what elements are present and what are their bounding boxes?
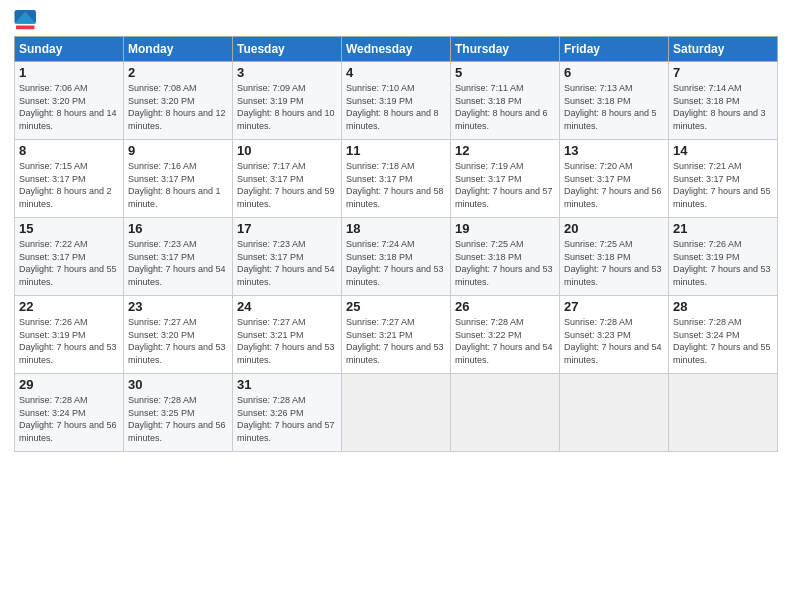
day-number: 4	[346, 65, 446, 80]
day-detail: Sunrise: 7:15 AMSunset: 3:17 PMDaylight:…	[19, 161, 112, 209]
day-detail: Sunrise: 7:25 AMSunset: 3:18 PMDaylight:…	[455, 239, 553, 287]
main-container: SundayMondayTuesdayWednesdayThursdayFrid…	[0, 0, 792, 462]
day-detail: Sunrise: 7:26 AMSunset: 3:19 PMDaylight:…	[19, 317, 117, 365]
calendar-cell	[669, 374, 778, 452]
weekday-header-row: SundayMondayTuesdayWednesdayThursdayFrid…	[15, 37, 778, 62]
calendar-cell: 18Sunrise: 7:24 AMSunset: 3:18 PMDayligh…	[342, 218, 451, 296]
day-detail: Sunrise: 7:26 AMSunset: 3:19 PMDaylight:…	[673, 239, 771, 287]
calendar-cell: 1Sunrise: 7:06 AMSunset: 3:20 PMDaylight…	[15, 62, 124, 140]
day-number: 20	[564, 221, 664, 236]
logo-icon	[14, 10, 38, 30]
calendar-cell: 26Sunrise: 7:28 AMSunset: 3:22 PMDayligh…	[451, 296, 560, 374]
weekday-wednesday: Wednesday	[342, 37, 451, 62]
calendar-cell: 16Sunrise: 7:23 AMSunset: 3:17 PMDayligh…	[124, 218, 233, 296]
day-number: 17	[237, 221, 337, 236]
calendar-cell: 28Sunrise: 7:28 AMSunset: 3:24 PMDayligh…	[669, 296, 778, 374]
day-number: 21	[673, 221, 773, 236]
weekday-saturday: Saturday	[669, 37, 778, 62]
day-number: 22	[19, 299, 119, 314]
day-detail: Sunrise: 7:11 AMSunset: 3:18 PMDaylight:…	[455, 83, 548, 131]
day-number: 14	[673, 143, 773, 158]
day-detail: Sunrise: 7:22 AMSunset: 3:17 PMDaylight:…	[19, 239, 117, 287]
calendar-cell: 29Sunrise: 7:28 AMSunset: 3:24 PMDayligh…	[15, 374, 124, 452]
svg-rect-2	[16, 25, 34, 29]
day-number: 23	[128, 299, 228, 314]
day-detail: Sunrise: 7:28 AMSunset: 3:25 PMDaylight:…	[128, 395, 226, 443]
calendar-cell: 15Sunrise: 7:22 AMSunset: 3:17 PMDayligh…	[15, 218, 124, 296]
day-number: 1	[19, 65, 119, 80]
day-number: 29	[19, 377, 119, 392]
header	[14, 10, 778, 30]
day-detail: Sunrise: 7:23 AMSunset: 3:17 PMDaylight:…	[128, 239, 226, 287]
calendar-cell: 21Sunrise: 7:26 AMSunset: 3:19 PMDayligh…	[669, 218, 778, 296]
calendar-table: SundayMondayTuesdayWednesdayThursdayFrid…	[14, 36, 778, 452]
day-detail: Sunrise: 7:28 AMSunset: 3:24 PMDaylight:…	[19, 395, 117, 443]
week-row-2: 8Sunrise: 7:15 AMSunset: 3:17 PMDaylight…	[15, 140, 778, 218]
day-detail: Sunrise: 7:23 AMSunset: 3:17 PMDaylight:…	[237, 239, 335, 287]
calendar-cell: 14Sunrise: 7:21 AMSunset: 3:17 PMDayligh…	[669, 140, 778, 218]
day-number: 24	[237, 299, 337, 314]
day-number: 7	[673, 65, 773, 80]
day-detail: Sunrise: 7:06 AMSunset: 3:20 PMDaylight:…	[19, 83, 117, 131]
calendar-cell: 11Sunrise: 7:18 AMSunset: 3:17 PMDayligh…	[342, 140, 451, 218]
calendar-cell: 13Sunrise: 7:20 AMSunset: 3:17 PMDayligh…	[560, 140, 669, 218]
weekday-thursday: Thursday	[451, 37, 560, 62]
calendar-cell: 20Sunrise: 7:25 AMSunset: 3:18 PMDayligh…	[560, 218, 669, 296]
day-detail: Sunrise: 7:28 AMSunset: 3:26 PMDaylight:…	[237, 395, 335, 443]
weekday-tuesday: Tuesday	[233, 37, 342, 62]
week-row-3: 15Sunrise: 7:22 AMSunset: 3:17 PMDayligh…	[15, 218, 778, 296]
day-detail: Sunrise: 7:24 AMSunset: 3:18 PMDaylight:…	[346, 239, 444, 287]
calendar-cell	[342, 374, 451, 452]
day-number: 25	[346, 299, 446, 314]
day-number: 13	[564, 143, 664, 158]
calendar-cell: 8Sunrise: 7:15 AMSunset: 3:17 PMDaylight…	[15, 140, 124, 218]
day-detail: Sunrise: 7:20 AMSunset: 3:17 PMDaylight:…	[564, 161, 662, 209]
day-number: 5	[455, 65, 555, 80]
day-detail: Sunrise: 7:21 AMSunset: 3:17 PMDaylight:…	[673, 161, 771, 209]
day-number: 9	[128, 143, 228, 158]
calendar-cell: 6Sunrise: 7:13 AMSunset: 3:18 PMDaylight…	[560, 62, 669, 140]
day-number: 31	[237, 377, 337, 392]
weekday-friday: Friday	[560, 37, 669, 62]
calendar-cell: 24Sunrise: 7:27 AMSunset: 3:21 PMDayligh…	[233, 296, 342, 374]
day-number: 3	[237, 65, 337, 80]
week-row-4: 22Sunrise: 7:26 AMSunset: 3:19 PMDayligh…	[15, 296, 778, 374]
calendar-cell: 27Sunrise: 7:28 AMSunset: 3:23 PMDayligh…	[560, 296, 669, 374]
day-detail: Sunrise: 7:19 AMSunset: 3:17 PMDaylight:…	[455, 161, 553, 209]
day-number: 18	[346, 221, 446, 236]
day-number: 30	[128, 377, 228, 392]
day-number: 27	[564, 299, 664, 314]
calendar-cell: 9Sunrise: 7:16 AMSunset: 3:17 PMDaylight…	[124, 140, 233, 218]
weekday-monday: Monday	[124, 37, 233, 62]
day-number: 26	[455, 299, 555, 314]
calendar-cell: 17Sunrise: 7:23 AMSunset: 3:17 PMDayligh…	[233, 218, 342, 296]
calendar-cell	[451, 374, 560, 452]
week-row-1: 1Sunrise: 7:06 AMSunset: 3:20 PMDaylight…	[15, 62, 778, 140]
weekday-sunday: Sunday	[15, 37, 124, 62]
calendar-cell: 25Sunrise: 7:27 AMSunset: 3:21 PMDayligh…	[342, 296, 451, 374]
day-number: 16	[128, 221, 228, 236]
day-number: 8	[19, 143, 119, 158]
day-number: 6	[564, 65, 664, 80]
calendar-cell: 10Sunrise: 7:17 AMSunset: 3:17 PMDayligh…	[233, 140, 342, 218]
day-detail: Sunrise: 7:28 AMSunset: 3:23 PMDaylight:…	[564, 317, 662, 365]
day-number: 11	[346, 143, 446, 158]
calendar-cell: 12Sunrise: 7:19 AMSunset: 3:17 PMDayligh…	[451, 140, 560, 218]
calendar-cell: 30Sunrise: 7:28 AMSunset: 3:25 PMDayligh…	[124, 374, 233, 452]
calendar-cell: 5Sunrise: 7:11 AMSunset: 3:18 PMDaylight…	[451, 62, 560, 140]
day-detail: Sunrise: 7:16 AMSunset: 3:17 PMDaylight:…	[128, 161, 221, 209]
day-detail: Sunrise: 7:28 AMSunset: 3:24 PMDaylight:…	[673, 317, 771, 365]
day-number: 10	[237, 143, 337, 158]
calendar-cell: 23Sunrise: 7:27 AMSunset: 3:20 PMDayligh…	[124, 296, 233, 374]
calendar-cell: 4Sunrise: 7:10 AMSunset: 3:19 PMDaylight…	[342, 62, 451, 140]
day-detail: Sunrise: 7:18 AMSunset: 3:17 PMDaylight:…	[346, 161, 444, 209]
day-detail: Sunrise: 7:08 AMSunset: 3:20 PMDaylight:…	[128, 83, 226, 131]
day-detail: Sunrise: 7:27 AMSunset: 3:21 PMDaylight:…	[237, 317, 335, 365]
calendar-cell	[560, 374, 669, 452]
calendar-cell: 31Sunrise: 7:28 AMSunset: 3:26 PMDayligh…	[233, 374, 342, 452]
day-number: 15	[19, 221, 119, 236]
day-detail: Sunrise: 7:09 AMSunset: 3:19 PMDaylight:…	[237, 83, 335, 131]
day-detail: Sunrise: 7:27 AMSunset: 3:21 PMDaylight:…	[346, 317, 444, 365]
logo	[14, 10, 42, 30]
day-number: 19	[455, 221, 555, 236]
